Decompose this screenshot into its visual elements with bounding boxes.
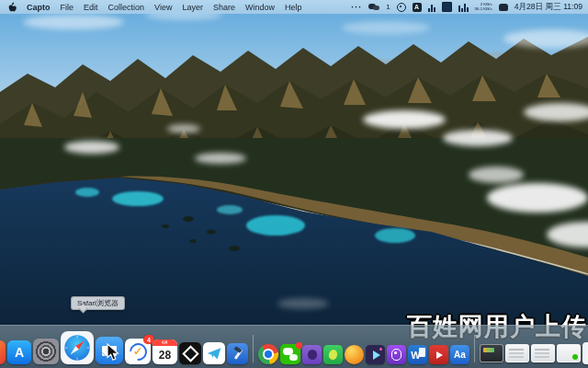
dock-app-store-icon[interactable]: A bbox=[7, 340, 31, 364]
dock-dictionary-icon[interactable]: Aa bbox=[450, 345, 469, 364]
menu-bar: Capto File Edit Collection View Layer Sh… bbox=[0, 0, 588, 14]
bar bbox=[428, 8, 430, 12]
orange-sphere-shape bbox=[345, 345, 364, 364]
menu-file[interactable]: File bbox=[61, 3, 74, 12]
network-speed-indicator[interactable]: 2 KB/s 36.1 KB/s bbox=[475, 3, 492, 11]
calendar-day-label: 28 bbox=[159, 346, 171, 364]
bar bbox=[434, 7, 435, 12]
dock-separator bbox=[474, 335, 475, 362]
bar bbox=[431, 5, 433, 12]
dock-wechat-icon[interactable] bbox=[280, 344, 300, 364]
dock-partial-left-app-icon[interactable] bbox=[0, 340, 6, 364]
dock-separator bbox=[253, 335, 254, 362]
todo-check-icon: ✓ bbox=[133, 345, 142, 358]
dock-safari-icon[interactable] bbox=[61, 331, 94, 364]
dock-todo-app-icon[interactable]: ✓ 4 bbox=[125, 339, 151, 364]
wechat-window-dot bbox=[572, 354, 578, 360]
memory-usage-icon[interactable] bbox=[442, 2, 452, 12]
menu-edit[interactable]: Edit bbox=[84, 3, 98, 12]
dock-chrome-icon[interactable] bbox=[258, 344, 278, 364]
minimized-window-light[interactable] bbox=[505, 344, 529, 362]
chat-bubbles-icon[interactable] bbox=[368, 4, 379, 11]
magnifier-status-icon[interactable] bbox=[397, 3, 406, 12]
menu-collection[interactable]: Collection bbox=[108, 3, 145, 12]
dock-partial-right-icon[interactable] bbox=[582, 342, 588, 364]
red-player-play-icon bbox=[436, 351, 443, 359]
wechat-bubble-small bbox=[289, 354, 298, 361]
minimized-window-light-2[interactable] bbox=[531, 344, 555, 362]
dock-purple-app-icon[interactable] bbox=[302, 345, 322, 364]
minimized-window-dark[interactable] bbox=[480, 344, 503, 362]
safari-compass-icon bbox=[63, 334, 91, 362]
cpu-usage-icon[interactable] bbox=[428, 3, 435, 12]
dock-pear-app-icon[interactable] bbox=[323, 345, 343, 364]
dock-telegram-icon[interactable] bbox=[203, 342, 225, 364]
calendar-month-label: 4月 bbox=[153, 339, 177, 346]
play-icon bbox=[373, 351, 380, 360]
menu-window[interactable]: Window bbox=[245, 3, 275, 12]
more-status-icon[interactable]: ··· bbox=[351, 3, 362, 12]
paper-plane-icon bbox=[207, 346, 221, 361]
grape-shape bbox=[308, 350, 317, 360]
chat-count: 1 bbox=[386, 3, 390, 11]
hammer-icon bbox=[232, 348, 244, 361]
dock-orange-sphere-app-icon[interactable] bbox=[345, 345, 364, 364]
dock-calendar-icon[interactable]: 4月 28 bbox=[153, 339, 177, 364]
word-letter: W bbox=[411, 350, 420, 361]
menu-capto[interactable]: Capto bbox=[27, 3, 51, 12]
dock-system-preferences-icon[interactable] bbox=[33, 339, 59, 364]
bar bbox=[461, 8, 463, 12]
dock-cube-app-icon[interactable] bbox=[179, 342, 201, 364]
pear-shape bbox=[328, 349, 339, 361]
chrome-blue-center bbox=[265, 351, 271, 357]
input-method-icon[interactable]: A bbox=[413, 3, 422, 12]
bar bbox=[464, 4, 466, 12]
menu-view[interactable]: View bbox=[154, 3, 172, 12]
minimized-window-chat[interactable] bbox=[557, 344, 581, 362]
dock-video-app-icon[interactable] bbox=[366, 345, 385, 364]
bar bbox=[458, 6, 460, 12]
menu-help[interactable]: Help bbox=[285, 3, 302, 12]
disk-activity-icon[interactable] bbox=[458, 3, 469, 12]
apple-menu-icon[interactable] bbox=[8, 2, 17, 12]
desktop-screen: 百姓网用户上传 Capto File Edit Collection View … bbox=[0, 0, 588, 368]
dock-xcode-icon[interactable] bbox=[227, 343, 248, 364]
podcast-icon bbox=[391, 349, 401, 361]
menu-layer[interactable]: Layer bbox=[182, 3, 203, 12]
video-app-dot bbox=[379, 348, 382, 351]
menu-bar-clock[interactable]: 4月28日 周三 11:09 bbox=[514, 2, 582, 13]
chrome-white-ring bbox=[263, 349, 273, 359]
dock: A ✓ 4 4月 28 bbox=[0, 325, 588, 368]
safari-tooltip: Safari浏览器 bbox=[71, 296, 125, 310]
user-status-icon[interactable] bbox=[499, 4, 508, 11]
chat-bubble-shape-2 bbox=[373, 6, 379, 10]
cube-shape bbox=[182, 345, 198, 362]
wechat-badge bbox=[296, 342, 302, 349]
dock-podcasts-icon[interactable] bbox=[387, 345, 406, 364]
dock-red-player-icon[interactable] bbox=[429, 345, 448, 364]
menu-share[interactable]: Share bbox=[213, 3, 235, 12]
dock-word-icon[interactable]: W bbox=[408, 345, 427, 364]
bar bbox=[467, 7, 469, 12]
mouse-cursor bbox=[107, 343, 119, 362]
net-down-speed: 36.1 KB/s bbox=[475, 7, 492, 12]
chrome-ring bbox=[258, 344, 278, 364]
